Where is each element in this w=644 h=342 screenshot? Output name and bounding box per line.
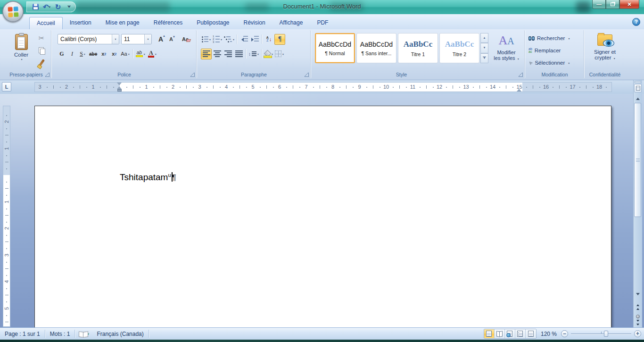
draft-view-button[interactable] bbox=[526, 329, 536, 338]
decrease-indent-button[interactable] bbox=[239, 34, 249, 45]
italic-button[interactable]: I bbox=[67, 49, 77, 59]
underline-dropdown-icon[interactable]: ▾ bbox=[84, 52, 85, 56]
font-dialog-launcher[interactable] bbox=[190, 73, 195, 77]
style-normal[interactable]: AaBbCcDd ¶ Normal bbox=[315, 33, 355, 63]
tab-selector-button[interactable]: L bbox=[2, 82, 11, 92]
highlight-dropdown-icon[interactable]: ▾ bbox=[144, 52, 145, 56]
zoom-slider-thumb[interactable] bbox=[604, 331, 608, 337]
browse-object-button[interactable] bbox=[636, 315, 640, 318]
tab-accueil[interactable]: Accueil bbox=[29, 17, 63, 29]
font-color-dropdown-icon[interactable]: ▾ bbox=[155, 52, 157, 56]
line-spacing-button[interactable]: ↕▾ bbox=[248, 49, 260, 59]
align-center-button[interactable] bbox=[212, 49, 223, 59]
show-paragraph-marks-button[interactable]: ¶ bbox=[274, 34, 285, 45]
align-right-button[interactable] bbox=[223, 49, 233, 59]
subscript-button[interactable]: x2 bbox=[99, 49, 109, 59]
horizontal-ruler[interactable]: 321123456789101112131415161718 bbox=[34, 82, 612, 92]
page-count[interactable]: Page : 1 sur 1 bbox=[0, 331, 45, 337]
style-titre-1[interactable]: AaBbCc Titre 1 bbox=[398, 33, 438, 63]
clipboard-dialog-launcher[interactable] bbox=[45, 73, 50, 77]
bold-button[interactable]: G bbox=[57, 49, 67, 59]
style-gallery-more-button[interactable]: ▼ bbox=[480, 53, 488, 63]
web-layout-view-button[interactable] bbox=[505, 329, 515, 338]
cut-button[interactable]: ✂ bbox=[36, 33, 47, 43]
hanging-indent-marker[interactable] bbox=[117, 84, 122, 89]
style-titre-2[interactable]: AaBbCc Titre 2 bbox=[439, 33, 479, 63]
sort-button[interactable]: AZ↓ bbox=[264, 34, 274, 45]
zoom-level[interactable]: 120 % bbox=[537, 331, 561, 337]
vertical-ruler[interactable]: 2112345 bbox=[3, 106, 10, 327]
paragraph-dialog-launcher[interactable] bbox=[305, 73, 309, 77]
style-dialog-launcher[interactable] bbox=[519, 73, 523, 77]
justify-button[interactable] bbox=[233, 49, 244, 59]
scroll-down-button[interactable] bbox=[635, 292, 641, 298]
borders-dropdown-icon[interactable]: ▾ bbox=[282, 52, 284, 56]
outline-view-button[interactable] bbox=[515, 329, 526, 338]
split-handle[interactable] bbox=[635, 81, 641, 83]
language-indicator[interactable]: Français (Canada) bbox=[92, 331, 148, 337]
font-size-combo[interactable]: 11 ▾ bbox=[121, 34, 152, 44]
change-styles-button[interactable]: AA Modifier les styles ▾ bbox=[491, 33, 522, 74]
format-painter-button[interactable] bbox=[36, 58, 47, 68]
clear-formatting-button[interactable]: Aa bbox=[180, 33, 190, 44]
restore-button[interactable] bbox=[606, 0, 619, 9]
office-button[interactable] bbox=[2, 1, 24, 22]
sign-encrypt-button[interactable]: Signer et crypter ▾ bbox=[588, 33, 621, 74]
close-button[interactable]: ✕ bbox=[619, 0, 639, 9]
vertical-scrollbar[interactable] bbox=[633, 80, 642, 327]
underline-button[interactable]: S▾ bbox=[77, 49, 88, 59]
increase-indent-button[interactable] bbox=[249, 34, 260, 45]
previous-page-button[interactable] bbox=[635, 303, 641, 309]
change-case-dropdown-icon[interactable]: ▾ bbox=[128, 52, 130, 56]
font-color-button[interactable]: A▾ bbox=[147, 49, 158, 59]
shrink-font-button[interactable]: A▼ bbox=[166, 33, 176, 44]
next-page-button[interactable] bbox=[635, 320, 641, 326]
font-family-dropdown-icon[interactable]: ▾ bbox=[112, 34, 119, 44]
zoom-in-button[interactable]: + bbox=[634, 330, 641, 337]
tab-affichage[interactable]: Affichage bbox=[272, 17, 310, 29]
bullets-button[interactable]: ▾ bbox=[201, 34, 212, 45]
right-indent-marker[interactable] bbox=[517, 86, 521, 92]
highlight-button[interactable]: ab▾ bbox=[134, 49, 147, 59]
borders-button[interactable]: ▾ bbox=[274, 49, 285, 59]
find-button[interactable]: Rechercher ▾ bbox=[528, 33, 570, 43]
tab-insertion[interactable]: Insertion bbox=[63, 17, 99, 29]
zoom-out-button[interactable]: – bbox=[561, 330, 568, 337]
tab-publipostage[interactable]: Publipostage bbox=[190, 17, 236, 29]
tab-pdf[interactable]: PDF bbox=[310, 17, 335, 29]
style-scroll-down-button[interactable]: ▼ bbox=[480, 43, 488, 53]
multilevel-list-button[interactable]: ▾ bbox=[223, 34, 235, 45]
font-size-dropdown-icon[interactable]: ▾ bbox=[144, 34, 151, 44]
style-scroll-up-button[interactable]: ▲ bbox=[480, 33, 488, 43]
change-case-button[interactable]: Aa▾ bbox=[119, 49, 131, 59]
style-sans-interligne[interactable]: AaBbCcDd ¶ Sans inter... bbox=[356, 33, 396, 63]
numbering-button[interactable]: 123 ▾ bbox=[212, 34, 223, 45]
help-button[interactable]: ? bbox=[632, 18, 640, 26]
spell-check-icon[interactable]: ✓ bbox=[79, 331, 88, 337]
tab-references[interactable]: Références bbox=[147, 17, 190, 29]
line-spacing-dropdown-icon[interactable]: ▾ bbox=[257, 52, 259, 56]
strikethrough-button[interactable]: abe bbox=[88, 49, 99, 59]
fullscreen-reading-view-button[interactable] bbox=[495, 329, 505, 338]
paste-button[interactable]: Coller ▾ bbox=[9, 33, 33, 71]
print-layout-view-button[interactable] bbox=[484, 329, 495, 338]
tab-revision[interactable]: Révision bbox=[237, 17, 272, 29]
shading-dropdown-icon[interactable]: ▾ bbox=[272, 52, 273, 56]
replace-button[interactable]: abac Remplacer bbox=[528, 45, 561, 56]
scroll-up-button[interactable] bbox=[635, 94, 641, 101]
document-page[interactable]: Tshitapatamu¶ bbox=[34, 106, 611, 327]
word-count[interactable]: Mots : 1 bbox=[45, 331, 75, 337]
shading-button[interactable]: ▾ bbox=[263, 49, 274, 59]
scrollbar-thumb[interactable] bbox=[634, 103, 641, 217]
grow-font-button[interactable]: A▲ bbox=[156, 33, 166, 44]
align-left-button[interactable] bbox=[201, 49, 212, 59]
paste-dropdown-icon[interactable]: ▾ bbox=[21, 58, 22, 61]
tab-mise-en-page[interactable]: Mise en page bbox=[99, 17, 147, 29]
copy-button[interactable] bbox=[36, 45, 47, 56]
select-button[interactable]: ➤ Sélectionner ▾ bbox=[528, 58, 570, 68]
zoom-slider[interactable] bbox=[571, 330, 631, 337]
document-text-line[interactable]: Tshitapatamu¶ bbox=[120, 172, 176, 183]
bullets-dropdown-icon[interactable]: ▾ bbox=[209, 38, 211, 41]
minimize-button[interactable]: — bbox=[592, 0, 606, 9]
left-indent-marker[interactable] bbox=[117, 89, 122, 92]
